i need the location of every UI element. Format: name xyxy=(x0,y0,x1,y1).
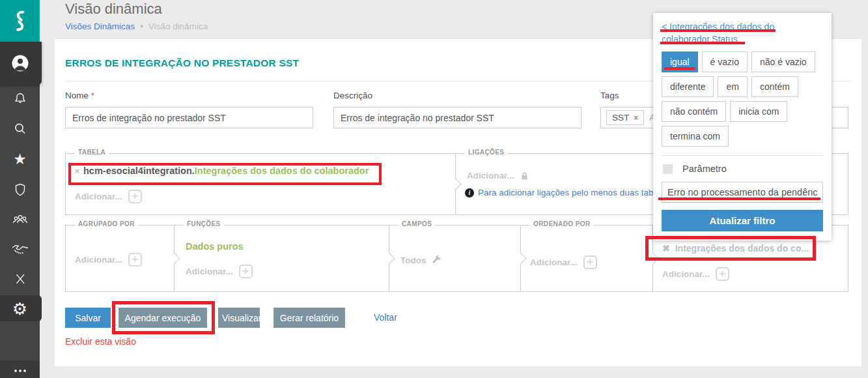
section-funcoes: FUNÇÕES Dados puros Adicionar... + xyxy=(175,225,389,292)
back-arrow-icon: < xyxy=(662,22,667,32)
excluir-visao-link[interactable]: Excluir esta visão xyxy=(65,336,136,347)
tag-remove-icon[interactable]: × xyxy=(634,113,638,123)
salvar-button[interactable]: Salvar xyxy=(65,308,111,328)
descricao-label: Descrição xyxy=(333,91,372,100)
plus-icon: + xyxy=(128,190,142,203)
parametro-checkbox[interactable] xyxy=(663,164,673,174)
favorites-star-icon[interactable]: ★ xyxy=(0,152,40,167)
operator-diferente[interactable]: diferente xyxy=(662,76,714,97)
sidebar: ★ ⚙ xyxy=(0,0,40,378)
funcoes-value: Dados puros xyxy=(186,241,244,252)
plus-icon: + xyxy=(716,267,729,281)
agrupado-legend: AGRUPADO POR xyxy=(75,220,138,227)
operator-list: igualé vazionão é vaziodiferenteemcontém… xyxy=(662,51,823,147)
ordenado-legend: ORDENADO POR xyxy=(530,220,594,227)
operator-contém[interactable]: contém xyxy=(751,76,798,97)
tools-x-icon[interactable] xyxy=(0,272,40,286)
funcoes-add-button[interactable]: Adicionar... + xyxy=(186,265,253,278)
operator-termina-com[interactable]: termina com xyxy=(662,126,729,147)
agendar-execucao-button[interactable]: Agendar execução xyxy=(119,308,207,328)
nome-input[interactable] xyxy=(65,107,313,128)
tabela-chip: ×hcm-esocial4integration.Integrações dos… xyxy=(75,166,369,176)
more-dots-icon[interactable] xyxy=(0,368,40,374)
descricao-input[interactable] xyxy=(333,107,581,128)
operator-em[interactable]: em xyxy=(718,76,747,97)
operator-não-é-vazio[interactable]: não é vazio xyxy=(751,51,815,72)
tabela-legend: TABELA xyxy=(75,149,109,156)
breadcrumb-separator: ● xyxy=(137,23,146,29)
popup-back-link[interactable]: < Integrações dos dados do colaborador.S… xyxy=(662,21,823,46)
wrench-icon xyxy=(432,255,441,265)
tag-chip-sst: SST × xyxy=(606,110,644,125)
ordenado-add-button[interactable]: Adicionar... + xyxy=(530,255,597,269)
filtrado-chip-remove-icon[interactable]: ✖ xyxy=(662,243,670,254)
view-heading: ERROS DE INTEGRAÇÃO NO PRESTADOR SST xyxy=(65,57,299,69)
required-asterisk: * xyxy=(91,91,94,100)
operator-é-vazio[interactable]: é vazio xyxy=(702,51,748,72)
notifications-bell-icon[interactable] xyxy=(0,91,40,106)
gerar-relatorio-button[interactable]: Gerar relatório xyxy=(273,308,345,328)
plus-icon: + xyxy=(128,253,142,267)
section-ordenado-por: ORDENADO POR Adicionar... + xyxy=(521,225,653,292)
campos-todos-button[interactable]: Todos xyxy=(400,255,441,265)
page-title: Visão dinâmica xyxy=(65,1,162,18)
settings-gear-icon[interactable]: ⚙ xyxy=(0,300,40,317)
senior-s-logo-icon xyxy=(11,10,29,32)
filtrado-chip[interactable]: ✖Integrações dos dados do co... xyxy=(662,243,809,254)
visualizar-button[interactable]: Visualizar xyxy=(218,308,260,328)
section-agrupado-por: AGRUPADO POR Adicionar... + xyxy=(65,225,175,292)
agrupado-add-button[interactable]: Adicionar... + xyxy=(75,253,142,267)
atualizar-filtro-button[interactable]: Atualizar filtro xyxy=(662,210,823,231)
plus-icon: + xyxy=(583,255,597,269)
search-icon[interactable] xyxy=(0,121,40,137)
breadcrumb: Visões Dinâmicas ● Visão dinâmica xyxy=(65,22,208,31)
filtrado-add-button[interactable]: Adicionar... + xyxy=(662,267,729,281)
nome-label: Nome * xyxy=(65,91,94,100)
tabela-add-button[interactable]: Adicionar... + xyxy=(75,190,142,203)
plus-icon: + xyxy=(239,265,253,278)
ligacoes-add-locked: Adicionar... xyxy=(467,171,529,181)
parametro-label: Parâmetro xyxy=(682,164,727,174)
parametro-row: Parâmetro xyxy=(663,164,823,174)
info-icon: i xyxy=(465,188,474,197)
tag-chip-label: SST xyxy=(612,113,629,123)
operator-igual[interactable]: igual xyxy=(662,51,698,72)
ligacoes-legend: LIGAÇÕES xyxy=(465,149,507,156)
filter-value-input[interactable] xyxy=(662,182,823,203)
breadcrumb-current: Visão dinâmica xyxy=(148,22,208,31)
people-group-icon[interactable] xyxy=(0,212,40,227)
popup-divider xyxy=(662,155,823,156)
funcoes-legend: FUNÇÕES xyxy=(184,220,224,227)
campos-legend: CAMPOS xyxy=(399,220,435,227)
filter-popup: < Integrações dos dados do colaborador.S… xyxy=(653,13,832,240)
app-logo[interactable] xyxy=(0,0,40,42)
shield-icon[interactable] xyxy=(0,182,40,197)
handshake-icon[interactable] xyxy=(0,242,40,257)
operator-inicia-com[interactable]: inicia com xyxy=(730,101,787,122)
tags-label: Tags xyxy=(600,91,619,100)
section-campos: CAMPOS Todos xyxy=(389,225,521,292)
ligacoes-info: i Para adicionar ligações pelo menos dua… xyxy=(465,188,653,197)
lock-icon xyxy=(520,171,529,181)
user-icon[interactable] xyxy=(0,53,40,73)
section-tabela: TABELA ×hcm-esocial4integration.Integraç… xyxy=(65,153,456,215)
breadcrumb-parent-link[interactable]: Visões Dinâmicas xyxy=(65,22,135,31)
voltar-link[interactable]: Voltar xyxy=(374,312,397,323)
tabela-chip-remove-icon[interactable]: × xyxy=(75,167,79,176)
operator-não-contém[interactable]: não contém xyxy=(662,101,726,122)
